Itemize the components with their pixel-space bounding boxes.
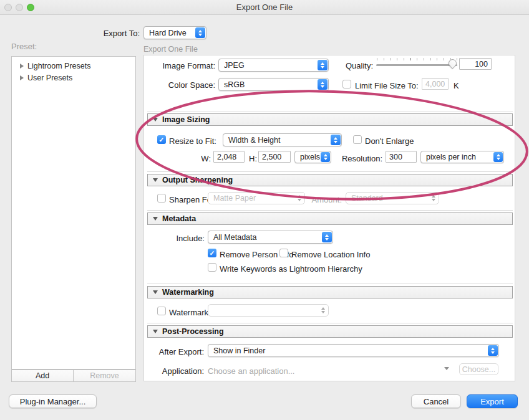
amount-label: Amount:: [311, 195, 342, 204]
stepper-icon: [429, 193, 438, 203]
cancel-button[interactable]: Cancel: [411, 394, 461, 408]
output-sharpening-header[interactable]: Output Sharpening: [147, 174, 513, 186]
export-button-label: Export: [480, 397, 504, 406]
application-dropdown-icon[interactable]: [444, 367, 449, 370]
remove-person-info-checkbox[interactable]: [208, 249, 216, 257]
sharpen-for-value: Matte Paper: [208, 194, 268, 203]
stepper-icon: [318, 79, 328, 90]
application-label: Application:: [148, 366, 204, 376]
include-select[interactable]: All Metadata: [208, 231, 333, 244]
include-value: All Metadata: [208, 233, 269, 242]
disclosure-triangle-icon[interactable]: [20, 75, 24, 80]
section-title: Output Sharpening: [162, 176, 233, 184]
image-format-label: Image Format:: [147, 61, 215, 70]
include-label: Include:: [153, 234, 205, 243]
cancel-button-label: Cancel: [424, 397, 449, 406]
metadata-header[interactable]: Metadata: [147, 212, 513, 225]
section-title: Watermarking: [162, 288, 214, 297]
stepper-icon: [321, 152, 330, 162]
disclosure-triangle-icon[interactable]: [20, 64, 24, 69]
section-divider: [147, 323, 513, 323]
export-button[interactable]: Export: [467, 394, 518, 408]
panel-title: Export One File: [143, 45, 198, 54]
quality-slider-ticks: [377, 58, 458, 60]
choose-button-label: Choose...: [462, 365, 496, 374]
watermarking-header[interactable]: Watermarking: [147, 286, 513, 298]
amount-select: Standard: [346, 192, 439, 204]
remove-location-info-label: Remove Location Info: [291, 250, 370, 259]
post-processing-header[interactable]: Post-Processing: [147, 325, 513, 338]
preset-item-user-presets[interactable]: User Presets: [12, 72, 135, 84]
color-space-select[interactable]: sRGB: [218, 78, 329, 91]
collapse-triangle-icon[interactable]: [153, 178, 158, 182]
section-title: Metadata: [162, 214, 196, 223]
quality-slider[interactable]: [376, 64, 457, 66]
amount-value: Standard: [346, 194, 396, 203]
image-format-select[interactable]: JPEG: [218, 59, 329, 72]
resolution-unit-select[interactable]: pixels per inch: [420, 151, 504, 163]
section-title: Post-Processing: [162, 327, 224, 336]
plugin-manager-label: Plug-in Manager...: [20, 397, 86, 406]
remove-location-info-checkbox[interactable]: [279, 249, 288, 257]
export-dialog: Export One File Export To: Hard Drive Pr…: [0, 0, 529, 420]
stepper-icon: [322, 232, 332, 242]
collapse-triangle-icon[interactable]: [153, 290, 158, 294]
color-space-label: Color Space:: [147, 80, 215, 90]
section-divider: [147, 112, 513, 112]
write-keywords-checkbox[interactable]: [208, 263, 216, 272]
stepper-icon: [331, 135, 341, 145]
export-to-value: Hard Drive: [144, 29, 199, 37]
add-button-label: Add: [36, 371, 49, 380]
collapse-triangle-icon[interactable]: [153, 217, 158, 221]
after-export-select[interactable]: Show in Finder: [208, 344, 499, 357]
application-value: Choose an application...: [208, 366, 294, 376]
height-input[interactable]: [258, 151, 291, 163]
resize-mode-value: Width & Height: [223, 136, 293, 145]
width-input[interactable]: [213, 151, 245, 163]
after-export-value: Show in Finder: [208, 346, 278, 355]
after-export-label: After Export:: [150, 347, 204, 356]
resolution-input[interactable]: [386, 151, 417, 163]
preset-item-label: User Presets: [27, 74, 72, 82]
sharpen-for-checkbox[interactable]: [157, 194, 166, 203]
stepper-icon: [195, 27, 205, 38]
remove-button[interactable]: Remove: [73, 370, 136, 382]
color-space-value: sRGB: [219, 80, 257, 89]
stepper-icon: [493, 152, 503, 162]
quality-label: Quality:: [324, 61, 373, 70]
resize-to-fit-checkbox[interactable]: [157, 135, 166, 144]
export-to-select[interactable]: Hard Drive: [143, 26, 206, 39]
write-keywords-label: Write Keywords as Lightroom Hierarchy: [220, 264, 362, 274]
add-button[interactable]: Add: [11, 370, 74, 382]
collapse-triangle-icon[interactable]: [153, 330, 158, 333]
section-divider: [147, 171, 513, 172]
watermark-label: Watermark:: [169, 308, 211, 317]
preset-label: Preset:: [11, 42, 37, 51]
collapse-triangle-icon[interactable]: [153, 118, 158, 122]
resize-mode-select[interactable]: Width & Height: [223, 133, 342, 146]
plugin-manager-button[interactable]: Plug-in Manager...: [9, 394, 97, 408]
remove-button-label: Remove: [90, 371, 119, 380]
height-label: H:: [249, 154, 257, 163]
preset-item-lightroom-presets[interactable]: Lightroom Presets: [12, 60, 135, 72]
quality-input[interactable]: [459, 58, 492, 70]
preset-item-label: Lightroom Presets: [27, 62, 90, 70]
stepper-icon: [318, 305, 328, 315]
window-title: Export One File: [0, 2, 529, 12]
width-label: W:: [186, 154, 211, 163]
limit-file-size-label: Limit File Size To:: [355, 81, 419, 90]
limit-file-size-checkbox[interactable]: [342, 80, 351, 88]
image-format-value: JPEG: [219, 61, 257, 70]
image-sizing-header[interactable]: Image Sizing: [147, 113, 513, 126]
section-divider: [147, 210, 513, 211]
watermark-select: [208, 304, 329, 317]
size-unit-select[interactable]: pixels: [294, 151, 331, 163]
watermark-checkbox[interactable]: [157, 307, 166, 315]
dont-enlarge-checkbox[interactable]: [353, 135, 362, 144]
resolution-unit-value: pixels per inch: [421, 153, 488, 161]
choose-button[interactable]: Choose...: [459, 363, 498, 375]
resolution-label: Resolution:: [336, 154, 382, 163]
limit-file-size-input[interactable]: [422, 78, 449, 90]
stepper-icon: [488, 345, 498, 356]
sharpen-for-select: Matte Paper: [208, 192, 305, 204]
